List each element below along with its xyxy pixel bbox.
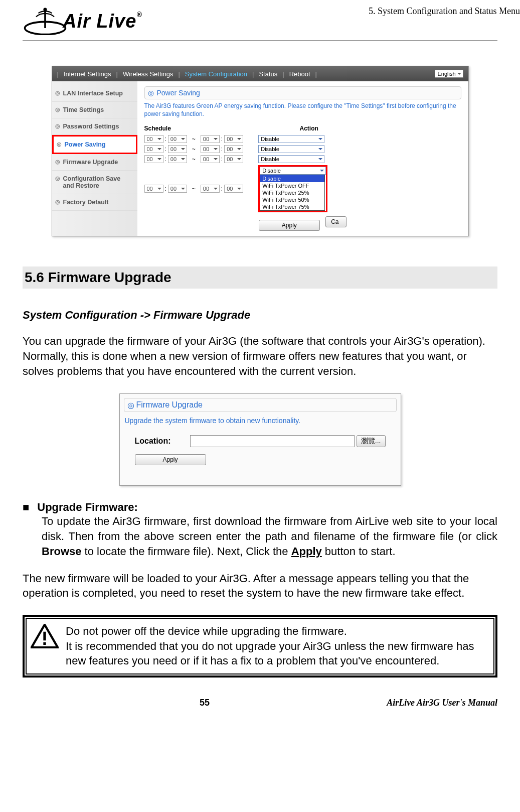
min-select[interactable]: 00 xyxy=(224,185,243,193)
footer: 55 AirLive Air3G User's Manual xyxy=(23,698,497,708)
nav-internet[interactable]: Internet Settings xyxy=(59,70,116,78)
schedule-row-1: 00:00 ~ 00:00 Disable xyxy=(144,135,461,143)
dropdown-option[interactable]: WiFi TxPower 25% xyxy=(260,189,324,196)
warning-box: Do not power off the device while upgrad… xyxy=(23,615,497,678)
svg-rect-2 xyxy=(43,632,46,641)
min-select[interactable]: 00 xyxy=(168,135,187,143)
location-label: Location: xyxy=(135,437,190,446)
col-action: Action xyxy=(300,125,318,132)
action-select[interactable]: Disable xyxy=(258,155,324,163)
hour-select[interactable]: 00 xyxy=(201,135,220,143)
hour-select[interactable]: 00 xyxy=(144,145,163,153)
action-dropdown-highlighted: Disable Disable WiFi TxPower OFF WiFi Tx… xyxy=(258,165,327,212)
hour-select[interactable]: 00 xyxy=(144,155,163,163)
hour-select[interactable]: 00 xyxy=(144,135,163,143)
warning-text: Do not power off the device while upgrad… xyxy=(66,624,489,668)
power-saving-screenshot: | Internet Settings | Wireless Settings … xyxy=(52,66,469,236)
nav-wireless[interactable]: Wireless Settings xyxy=(118,70,178,78)
schedule-row-4: 00:00 ~ 00:00 Disable Disable WiFi TxPow… xyxy=(144,165,461,212)
registered-icon: ® xyxy=(136,11,142,19)
cancel-button-partial[interactable]: Ca xyxy=(325,216,346,227)
sidenav-firmware[interactable]: Firmware Upgrade xyxy=(52,154,137,171)
bullet-heading: Upgrade Firmware: xyxy=(23,501,497,514)
side-nav: LAN Interface Setup Time Settings Passwo… xyxy=(52,81,137,236)
fw-panel-title: Firmware Upgrade xyxy=(124,398,397,412)
breadcrumb: System Configuration -> Firmware Upgrade xyxy=(23,309,497,322)
airlive-swoop-icon xyxy=(23,8,68,35)
warning-icon xyxy=(31,624,59,648)
svg-rect-3 xyxy=(43,642,46,645)
action-select[interactable]: Disable xyxy=(258,135,324,143)
min-select[interactable]: 00 xyxy=(168,155,187,163)
section-heading: 5.6 Firmware Upgrade xyxy=(23,266,497,289)
schedule-row-3: 00:00 ~ 00:00 Disable xyxy=(144,155,461,163)
min-select[interactable]: 00 xyxy=(224,135,243,143)
dropdown-option[interactable]: WiFi TxPower 75% xyxy=(260,203,324,210)
firmware-upgrade-screenshot: Firmware Upgrade Upgrade the system firm… xyxy=(119,393,401,486)
min-select[interactable]: 00 xyxy=(224,145,243,153)
apply-button[interactable]: Apply xyxy=(135,454,206,465)
nav-reboot[interactable]: Reboot xyxy=(284,70,315,78)
divider xyxy=(23,40,497,41)
dropdown-option[interactable]: WiFi TxPower OFF xyxy=(260,182,324,189)
logo-text: Air Live® xyxy=(63,11,142,32)
schedule-row-2: 00:00 ~ 00:00 Disable xyxy=(144,145,461,153)
fw-intro: Upgrade the system firmware to obtain ne… xyxy=(125,416,396,425)
manual-name: AirLive Air3G User's Manual xyxy=(387,698,497,708)
apply-button[interactable]: Apply xyxy=(259,220,320,231)
browse-button[interactable]: 瀏覽... xyxy=(357,435,386,447)
sidenav-config[interactable]: Configuration Save and Restore xyxy=(52,171,137,194)
hour-select[interactable]: 00 xyxy=(201,185,220,193)
min-select[interactable]: 00 xyxy=(224,155,243,163)
hour-select[interactable]: 00 xyxy=(201,145,220,153)
sidenav-lan[interactable]: LAN Interface Setup xyxy=(52,85,137,102)
panel-title: Power Saving xyxy=(144,86,461,99)
hour-select[interactable]: 00 xyxy=(201,155,220,163)
hour-select[interactable]: 00 xyxy=(144,185,163,193)
dropdown-option[interactable]: WiFi TxPower 50% xyxy=(260,196,324,203)
intro-paragraph: You can upgrade the firmware of your Air… xyxy=(23,334,497,378)
top-nav: | Internet Settings | Wireless Settings … xyxy=(52,66,468,81)
min-select[interactable]: 00 xyxy=(168,185,187,193)
paragraph-2: The new firmware will be loaded to your … xyxy=(23,571,497,601)
action-select[interactable]: Disable xyxy=(258,145,324,153)
location-input[interactable] xyxy=(190,435,355,447)
sidenav-time[interactable]: Time Settings xyxy=(52,102,137,118)
min-select[interactable]: 00 xyxy=(168,145,187,153)
panel-intro: The Air3G features Green AP energy savin… xyxy=(144,102,461,118)
nav-system[interactable]: System Configuration xyxy=(180,70,252,78)
sidenav-factory[interactable]: Factory Default xyxy=(52,194,137,211)
sidenav-power-saving[interactable]: Power Saving xyxy=(52,135,137,154)
sidenav-password[interactable]: Password Settings xyxy=(52,118,137,135)
dropdown-option[interactable]: Disable xyxy=(260,175,324,182)
chapter-header: 5. System Configuration and Status Menu xyxy=(369,6,520,17)
action-select-open[interactable]: Disable xyxy=(260,167,326,175)
col-schedule: Schedule xyxy=(144,125,300,132)
dropdown-list: Disable WiFi TxPower OFF WiFi TxPower 25… xyxy=(260,175,325,211)
nav-status[interactable]: Status xyxy=(254,70,282,78)
bullet-body: To update the Air3G firmware, first down… xyxy=(42,514,497,559)
language-select[interactable]: English xyxy=(435,70,463,78)
page-number: 55 xyxy=(200,698,210,708)
